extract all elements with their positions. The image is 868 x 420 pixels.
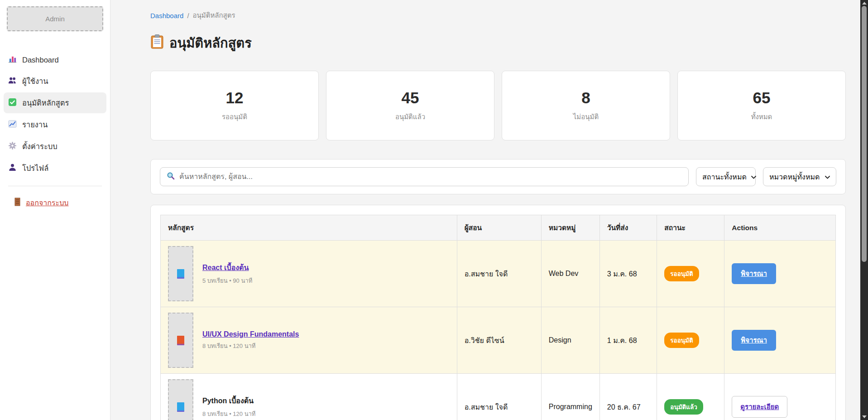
- sidebar-item-label: โปรไฟล์: [22, 162, 48, 174]
- sidebar-divider: [8, 186, 102, 186]
- chevron-down-icon: [825, 173, 830, 181]
- course-thumbnail-placeholder: [168, 246, 193, 301]
- users-icon: [8, 76, 17, 87]
- sidebar-item-settings[interactable]: ตั้งค่าระบบ: [0, 136, 110, 157]
- bar-chart-icon: [8, 55, 17, 65]
- stat-value: 8: [581, 89, 590, 107]
- course-title: Python เบื้องต้น: [202, 395, 255, 406]
- category-cell: Web Dev: [541, 241, 599, 307]
- scroll-up-arrow[interactable]: [860, 0, 868, 6]
- table-header-row: หลักสูตร ผู้สอน หมวดหมู่ วันที่ส่ง สถานะ…: [161, 215, 836, 241]
- breadcrumb-separator: /: [187, 12, 189, 19]
- line-chart-icon: [8, 120, 17, 130]
- logout-link[interactable]: ออกจากระบบ: [14, 197, 110, 208]
- view-details-button[interactable]: ดูรายละเอียด: [732, 396, 787, 418]
- column-header-category: หมวดหมู่: [541, 215, 599, 241]
- stat-card-approved: 45 อนุมัติแล้ว: [326, 71, 494, 140]
- page-title-text: อนุมัติหลักสูตร: [169, 33, 252, 53]
- logout-label: ออกจากระบบ: [26, 197, 68, 208]
- review-button[interactable]: พิจารณา: [732, 330, 776, 351]
- column-header-actions: Actions: [724, 215, 836, 241]
- stat-value: 65: [753, 89, 771, 107]
- column-header-course: หลักสูตร: [161, 215, 457, 241]
- sidebar-item-reports[interactable]: รายงาน: [0, 114, 110, 135]
- status-badge: อนุมัติแล้ว: [664, 399, 703, 415]
- courses-table-panel: หลักสูตร ผู้สอน หมวดหมู่ วันที่ส่ง สถานะ…: [150, 205, 846, 420]
- clipboard-icon: [150, 34, 164, 52]
- category-filter-select[interactable]: หมวดหมู่ทั้งหมด: [763, 167, 836, 186]
- review-button[interactable]: พิจารณา: [732, 263, 776, 284]
- sidebar-menu: Dashboard ผู้ใช้งาน อนุมัติหลักสูตร รายง…: [0, 50, 110, 179]
- category-filter-value: หมวดหมู่ทั้งหมด: [769, 171, 820, 183]
- breadcrumb: Dashboard / อนุมัติหลักสูตร: [150, 10, 846, 21]
- page-title: อนุมัติหลักสูตร: [150, 33, 846, 53]
- search-input[interactable]: [179, 173, 682, 181]
- stat-value: 45: [402, 89, 419, 107]
- filter-panel: สถานะทั้งหมด หมวดหมู่ทั้งหมด: [150, 159, 846, 194]
- column-header-status: สถานะ: [657, 215, 724, 241]
- status-filter-value: สถานะทั้งหมด: [702, 171, 747, 183]
- search-box: [160, 167, 689, 186]
- sidebar-item-label: อนุมัติหลักสูตร: [22, 97, 69, 109]
- sidebar-item-course-approval[interactable]: อนุมัติหลักสูตร: [4, 92, 106, 113]
- category-cell: Programming: [541, 374, 599, 420]
- course-meta: 8 บทเรียน • 120 นาที: [202, 341, 299, 351]
- main-content: Dashboard / อนุมัติหลักสูตร อนุมัติหลักส…: [110, 0, 860, 420]
- sidebar-item-dashboard[interactable]: Dashboard: [0, 50, 110, 70]
- column-header-instructor: ผู้สอน: [457, 215, 541, 241]
- image-placeholder-icon: [177, 402, 184, 412]
- person-icon: [8, 163, 17, 174]
- category-cell: Design: [541, 307, 599, 374]
- scroll-down-arrow[interactable]: [860, 414, 868, 420]
- stat-label: ไม่อนุมัติ: [573, 111, 599, 122]
- vertical-scrollbar: [860, 0, 868, 420]
- sidebar-item-label: ผู้ใช้งาน: [22, 75, 48, 87]
- scrollbar-thumb[interactable]: [862, 6, 867, 262]
- sidebar-item-label: Dashboard: [22, 56, 59, 64]
- table-row: Python เบื้องต้น 8 บทเรียน • 120 นาที อ.…: [161, 374, 836, 420]
- gear-icon: [8, 141, 17, 152]
- stat-cards: 12 รออนุมัติ 45 อนุมัติแล้ว 8 ไม่อนุมัติ…: [150, 71, 846, 140]
- course-thumbnail-placeholder: [168, 313, 193, 368]
- date-cell: 3 ม.ค. 68: [599, 241, 657, 307]
- table-row: UI/UX Design Fundamentals 8 บทเรียน • 12…: [161, 307, 836, 374]
- chevron-down-icon: [751, 173, 756, 181]
- stat-value: 12: [226, 89, 244, 107]
- course-thumbnail-placeholder: [168, 379, 193, 420]
- check-box-icon: [8, 98, 17, 108]
- column-header-date: วันที่ส่ง: [599, 215, 657, 241]
- date-cell: 20 ธ.ค. 67: [599, 374, 657, 420]
- breadcrumb-current: อนุมัติหลักสูตร: [193, 10, 235, 21]
- sidebar-item-label: ตั้งค่าระบบ: [22, 140, 58, 152]
- stat-card-total: 65 ทั้งหมด: [677, 71, 846, 140]
- course-meta: 5 บทเรียน • 90 นาที: [202, 276, 252, 285]
- instructor-cell: อ.วิชัย ดีไซน์: [457, 307, 541, 374]
- stat-label: รออนุมัติ: [222, 111, 247, 122]
- status-badge: รออนุมัติ: [664, 266, 699, 281]
- sidebar: Admin Dashboard ผู้ใช้งาน อนุมัติหลักสูต…: [0, 0, 110, 420]
- stat-card-pending: 12 รออนุมัติ: [150, 71, 319, 140]
- table-row: React เบื้องต้น 5 บทเรียน • 90 นาที อ.สม…: [161, 241, 836, 307]
- status-badge: รออนุมัติ: [664, 333, 699, 348]
- image-placeholder-icon: [177, 336, 184, 345]
- status-filter-select[interactable]: สถานะทั้งหมด: [696, 167, 756, 186]
- image-placeholder-icon: [177, 269, 184, 279]
- search-icon: [167, 172, 175, 182]
- instructor-cell: อ.สมชาย ใจดี: [457, 374, 541, 420]
- sidebar-item-profile[interactable]: โปรไฟล์: [0, 158, 110, 179]
- instructor-cell: อ.สมชาย ใจดี: [457, 241, 541, 307]
- courses-table: หลักสูตร ผู้สอน หมวดหมู่ วันที่ส่ง สถานะ…: [160, 215, 836, 420]
- course-title-link[interactable]: React เบื้องต้น: [202, 262, 252, 273]
- stat-label: ทั้งหมด: [751, 111, 772, 122]
- door-icon: [14, 198, 21, 208]
- admin-brand-box: Admin: [7, 6, 103, 31]
- date-cell: 1 ม.ค. 68: [599, 307, 657, 374]
- course-title-link[interactable]: UI/UX Design Fundamentals: [202, 330, 299, 338]
- breadcrumb-dashboard-link[interactable]: Dashboard: [150, 12, 183, 19]
- admin-brand-label: Admin: [45, 15, 65, 23]
- stat-card-rejected: 8 ไม่อนุมัติ: [502, 71, 670, 140]
- course-meta: 8 บทเรียน • 120 นาที: [202, 409, 255, 419]
- sidebar-item-users[interactable]: ผู้ใช้งาน: [0, 71, 110, 92]
- sidebar-item-label: รายงาน: [22, 119, 48, 130]
- stat-label: อนุมัติแล้ว: [395, 111, 425, 122]
